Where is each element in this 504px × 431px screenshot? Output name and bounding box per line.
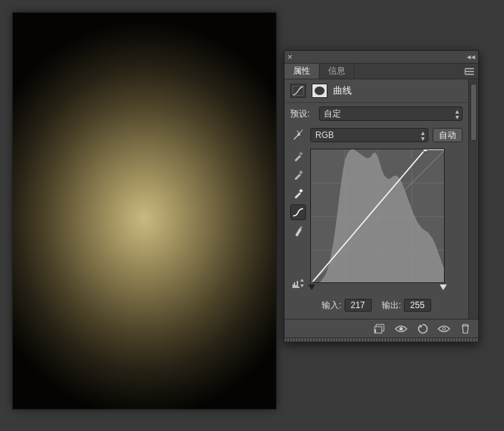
scrollbar-thumb[interactable]: [470, 84, 477, 141]
input-label: 输入:: [322, 299, 341, 312]
preset-label: 预设:: [290, 108, 315, 120]
channel-select[interactable]: RGB ▴▾: [310, 128, 428, 142]
on-image-adjust-icon[interactable]: [290, 128, 306, 142]
visibility-eye-icon[interactable]: [437, 322, 451, 335]
preset-row: 预设: 自定 ▴▾: [285, 103, 468, 124]
tab-info[interactable]: 信息: [320, 64, 355, 79]
channel-row: RGB ▴▾ 自动: [285, 124, 468, 146]
edit-points-icon[interactable]: [290, 204, 306, 220]
properties-panel: × ◂◂ 属性 信息 曲线 预设: 自定 ▴▾: [284, 50, 479, 342]
input-range-slider[interactable]: [310, 284, 445, 292]
input-output-row: 输入: 输出:: [285, 294, 468, 319]
panel-titlebar: × ◂◂: [285, 51, 478, 64]
panel-body: 曲线 预设: 自定 ▴▾ RGB ▴▾ 自动: [285, 79, 468, 319]
output-value-field[interactable]: [404, 299, 431, 312]
panel-resize-grip[interactable]: [285, 337, 478, 342]
svg-point-15: [400, 327, 403, 330]
svg-point-1: [297, 133, 300, 136]
layer-mask-icon[interactable]: [312, 84, 327, 98]
black-point-handle[interactable]: [308, 284, 315, 290]
draw-curve-icon[interactable]: [290, 223, 306, 239]
svg-rect-12: [311, 282, 313, 283]
eyedropper-white-icon[interactable]: [290, 186, 306, 202]
canvas-image: [13, 13, 276, 409]
collapse-icon[interactable]: ◂◂: [467, 52, 475, 61]
auto-button[interactable]: 自动: [433, 128, 463, 142]
document-canvas[interactable]: [13, 13, 276, 409]
curve-tool-column: [290, 149, 306, 292]
input-value-field[interactable]: [345, 299, 372, 312]
adjustment-type-label: 曲线: [333, 84, 352, 97]
curves-adjustment-icon[interactable]: [290, 84, 306, 98]
adjustment-type-row: 曲线: [285, 79, 468, 103]
reset-icon[interactable]: [415, 322, 430, 335]
eyedropper-gray-icon[interactable]: [290, 167, 306, 183]
tab-properties[interactable]: 属性: [285, 64, 320, 79]
panel-scrollbar[interactable]: [468, 79, 478, 319]
panel-tabs: 属性 信息: [285, 64, 478, 79]
toggle-visibility-icon[interactable]: [394, 322, 408, 335]
curves-svg: [311, 149, 445, 283]
preset-select[interactable]: 自定 ▴▾: [319, 106, 463, 121]
clip-histogram-icon[interactable]: [290, 276, 306, 292]
eyedropper-black-icon[interactable]: [290, 149, 306, 164]
preset-value: 自定: [324, 108, 341, 120]
panel-menu-icon[interactable]: [461, 64, 478, 79]
channel-value: RGB: [315, 130, 334, 140]
chevron-updown-icon: ▴▾: [455, 109, 459, 120]
clip-to-layer-icon[interactable]: [372, 322, 387, 335]
svg-point-16: [443, 327, 445, 330]
curves-graph[interactable]: [310, 149, 445, 283]
svg-rect-3: [299, 170, 303, 174]
output-label: 输出:: [382, 299, 401, 312]
svg-rect-13: [423, 149, 428, 152]
svg-rect-2: [299, 152, 303, 156]
delete-icon[interactable]: [458, 322, 473, 335]
close-icon[interactable]: ×: [287, 53, 292, 61]
chevron-updown-icon: ▴▾: [421, 130, 425, 142]
svg-rect-4: [299, 189, 303, 193]
white-point-handle[interactable]: [440, 284, 447, 290]
panel-footer: [285, 319, 478, 337]
